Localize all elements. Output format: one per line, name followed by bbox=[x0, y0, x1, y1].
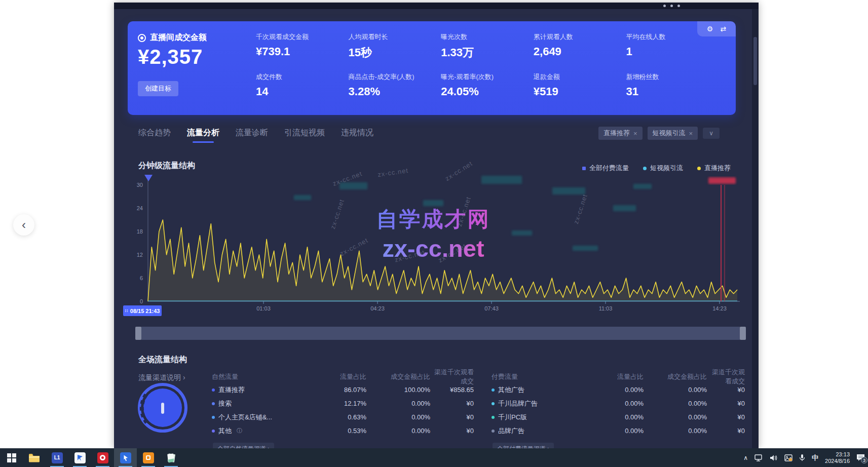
doc-app-icon bbox=[74, 452, 86, 463]
channel-filter: 直播推荐 × 短视频引流 × ∨ bbox=[598, 127, 720, 140]
windows-logo-icon bbox=[7, 453, 16, 462]
card-tools: ⚙ ⇄ bbox=[697, 21, 736, 36]
l1-app-icon: L1 bbox=[52, 452, 63, 463]
notes-app-icon bbox=[166, 453, 176, 463]
tab-traffic-analysis[interactable]: 流量分析 bbox=[187, 128, 219, 143]
traffic-donut-chart bbox=[137, 382, 188, 435]
scrollbar-thumb[interactable] bbox=[753, 37, 757, 85]
taskbar-l1-app[interactable]: L1 bbox=[46, 448, 68, 467]
kpi-cell: 曝光次数1.33万 bbox=[441, 32, 534, 60]
selected-time-tick[interactable]: ∷ 08/15 21:43 bbox=[123, 305, 162, 316]
info-icon[interactable]: ⓘ bbox=[237, 427, 242, 435]
tab-violations[interactable]: 违规情况 bbox=[341, 128, 373, 143]
grip-icon: ∷ bbox=[125, 308, 128, 314]
series-area-fill bbox=[148, 220, 737, 301]
teal-artifacts bbox=[294, 176, 652, 251]
tab-traffic-diagnosis[interactable]: 流量诊断 bbox=[236, 128, 268, 143]
notification-badge: 3 bbox=[861, 457, 867, 463]
paid-traffic-table: 付费流量 流量占比 成交金额占比 渠道千次观看成交 其他广告 0.00% 0.0… bbox=[492, 371, 745, 448]
table-header: 自然流量 流量占比 成交金额占比 渠道千次观看成交 bbox=[212, 371, 474, 383]
table-row: 其他ⓘ 0.53% 0.00% ¥0 bbox=[212, 424, 474, 438]
taskbar-red-app[interactable] bbox=[91, 448, 114, 467]
chevron-down-icon: ∨ bbox=[709, 130, 713, 137]
x-tick-labels: 01:0304:2307:4311:0314:23 bbox=[256, 305, 727, 312]
window-controls[interactable] bbox=[663, 5, 680, 7]
channel-explain-link[interactable]: 流量渠道说明 › bbox=[138, 373, 185, 382]
clock-date: 2024/8/16 bbox=[825, 458, 850, 464]
slider-range[interactable] bbox=[141, 327, 740, 340]
network-icon[interactable] bbox=[754, 454, 763, 461]
kpi-cell: 新增粉丝数31 bbox=[626, 72, 719, 98]
gmv-amount: ¥2,357 bbox=[138, 46, 203, 68]
taskbar-notes-app[interactable] bbox=[160, 448, 182, 467]
taskbar-clock[interactable]: 23:13 2024/8/16 bbox=[825, 451, 850, 464]
time-range-slider[interactable] bbox=[135, 327, 746, 340]
slider-handle-right[interactable] bbox=[740, 327, 746, 340]
svg-text:11:03: 11:03 bbox=[599, 305, 613, 312]
kpi-cell: 退款金额¥519 bbox=[534, 72, 626, 98]
ime-indicator[interactable]: 中 bbox=[812, 453, 818, 462]
x-tick-marks bbox=[263, 301, 720, 304]
desktop: ‹ 直播间成交金额 ¥2,357 创建目标 千次观看成交金额¥739.1 人均观… bbox=[0, 0, 868, 467]
system-tray: ∧ 中 23:13 bbox=[743, 448, 865, 467]
microphone-icon[interactable] bbox=[799, 454, 805, 461]
table-row: 千川品牌广告 0.00% 0.00% ¥0 bbox=[492, 397, 745, 410]
remove-tag-icon[interactable]: × bbox=[633, 130, 637, 137]
kpi-cell: 成交件数14 bbox=[256, 72, 349, 98]
table-row: 品牌广告 0.00% 0.00% ¥0 bbox=[492, 424, 745, 438]
taskbar-file-explorer[interactable] bbox=[23, 448, 46, 467]
analytics-window: 直播间成交金额 ¥2,357 创建目标 千次观看成交金额¥739.1 人均观看时… bbox=[114, 3, 759, 448]
orange-app-icon bbox=[143, 452, 154, 463]
remove-tag-icon[interactable]: × bbox=[689, 130, 693, 137]
svg-text:24: 24 bbox=[137, 205, 143, 211]
filter-dropdown[interactable]: ∨ bbox=[703, 128, 720, 139]
start-button[interactable] bbox=[0, 448, 23, 467]
analysis-tabs: 综合趋势 流量分析 流量诊断 引流短视频 违规情况 bbox=[138, 128, 373, 143]
kpi-grid: 千次观看成交金额¥739.1 人均观看时长15秒 曝光次数1.33万 累计观看人… bbox=[256, 32, 719, 98]
table-header: 付费流量 流量占比 成交金额占比 渠道千次观看成交 bbox=[492, 371, 745, 383]
all-paid-channels-link[interactable]: 全部付费流量渠道 › bbox=[493, 443, 554, 448]
natural-traffic-table: 自然流量 流量占比 成交金额占比 渠道千次观看成交 直播推荐 86.07% 10… bbox=[212, 371, 474, 448]
svg-text:6: 6 bbox=[140, 275, 143, 281]
svg-text:12: 12 bbox=[137, 252, 143, 258]
svg-text:07:43: 07:43 bbox=[484, 305, 499, 312]
minute-traffic-chart: 0612182430 01:0304:2307:4311:0314:23 bbox=[127, 170, 745, 314]
kpi-cell: 商品点击-成交率(人数)3.28% bbox=[349, 72, 441, 98]
filter-tag-short-video[interactable]: 短视频引流 × bbox=[648, 127, 698, 140]
kpi-cell: 累计观看人数2,649 bbox=[534, 32, 626, 60]
create-goal-button[interactable]: 创建目标 bbox=[138, 81, 178, 96]
cursor-app-icon bbox=[120, 452, 131, 463]
svg-text:0: 0 bbox=[140, 298, 143, 304]
gmv-summary-card: 直播间成交金额 ¥2,357 创建目标 千次观看成交金额¥739.1 人均观看时… bbox=[128, 21, 736, 115]
taskbar-cursor-app[interactable] bbox=[114, 448, 137, 467]
kpi-cell: 人均观看时长15秒 bbox=[349, 32, 441, 60]
windows-taskbar: L1 bbox=[0, 448, 868, 467]
spike-annotation bbox=[708, 177, 736, 301]
overall-section-title: 全场流量结构 bbox=[138, 355, 187, 365]
kpi-cell: 曝光-观看率(次数)24.05% bbox=[441, 72, 534, 98]
swap-view-icon[interactable]: ⇄ bbox=[720, 25, 726, 33]
slider-handle-left[interactable] bbox=[135, 327, 141, 340]
settings-gear-icon[interactable]: ⚙ bbox=[707, 25, 713, 33]
target-icon bbox=[138, 34, 146, 42]
kpi-cell: 千次观看成交金额¥739.1 bbox=[256, 32, 349, 60]
tab-overall-trend[interactable]: 综合趋势 bbox=[138, 128, 171, 143]
photo-viewer-icon[interactable] bbox=[784, 454, 792, 461]
all-natural-channels-link[interactable]: 全部自然流量渠道 › bbox=[213, 443, 274, 448]
volume-icon[interactable] bbox=[770, 454, 778, 461]
svg-text:18: 18 bbox=[137, 228, 143, 235]
scrollbar-track[interactable] bbox=[752, 9, 759, 448]
axis-marker-triangle bbox=[144, 175, 153, 181]
tray-expand-icon[interactable]: ∧ bbox=[743, 454, 748, 461]
taskbar-doc-app[interactable] bbox=[68, 448, 91, 467]
table-row: 千川PC版 0.00% 0.00% ¥0 bbox=[492, 410, 745, 424]
taskbar-orange-app[interactable] bbox=[137, 448, 160, 467]
y-tick-labels: 0612182430 bbox=[137, 182, 143, 304]
filter-tag-live-recommend[interactable]: 直播推荐 × bbox=[598, 127, 643, 140]
tab-short-video[interactable]: 引流短视频 bbox=[284, 128, 325, 143]
svg-text:14:23: 14:23 bbox=[712, 305, 727, 312]
back-button[interactable]: ‹ bbox=[13, 214, 34, 236]
svg-text:04:23: 04:23 bbox=[370, 305, 385, 312]
clock-time: 23:13 bbox=[825, 451, 850, 458]
action-center-button[interactable]: 3 bbox=[856, 454, 865, 461]
